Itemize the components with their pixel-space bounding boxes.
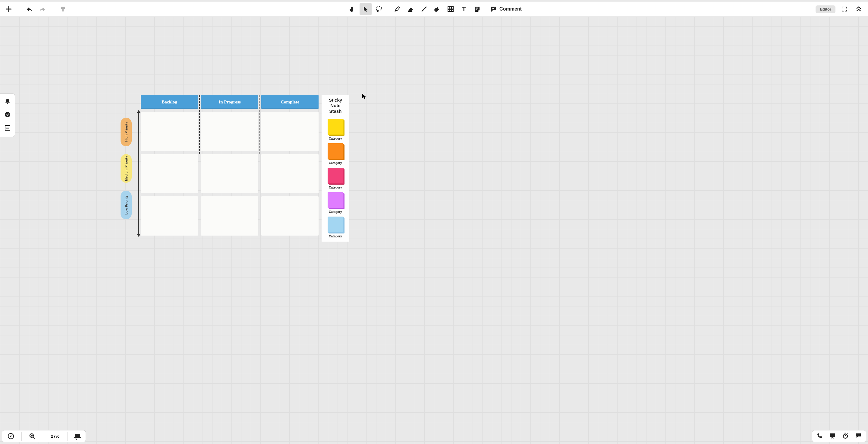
add-button[interactable] xyxy=(3,3,14,15)
svg-point-3 xyxy=(377,10,378,11)
svg-line-33 xyxy=(847,434,847,434)
svg-line-24 xyxy=(33,437,35,439)
call-button[interactable] xyxy=(816,433,823,440)
category-label: Category xyxy=(329,186,342,189)
svg-rect-29 xyxy=(830,434,835,437)
presentation-button[interactable] xyxy=(72,431,83,441)
cell-low-backlog[interactable] xyxy=(141,196,198,236)
svg-rect-4 xyxy=(408,11,412,12)
svg-rect-7 xyxy=(448,7,453,11)
svg-rect-1 xyxy=(62,9,64,11)
category-label: Category xyxy=(329,210,342,213)
role-pill[interactable]: Editor xyxy=(815,5,835,13)
column-header-backlog[interactable]: Backlog xyxy=(141,95,198,109)
cell-med-complete[interactable] xyxy=(261,154,318,194)
sticky-stack-blue[interactable] xyxy=(328,216,343,232)
line-tool[interactable] xyxy=(418,3,430,15)
timer-button[interactable] xyxy=(842,432,848,440)
category-label: Category xyxy=(329,161,342,165)
sticky-stack-pink[interactable] xyxy=(328,168,343,183)
priority-axis xyxy=(136,95,141,234)
redo-button[interactable] xyxy=(37,3,49,15)
bottom-right-toolbar xyxy=(812,430,866,442)
priority-pill-medium[interactable]: Medium Priority xyxy=(121,154,132,183)
sticky-note-stash: Sticky Note Stash Category Category Cate… xyxy=(321,95,349,242)
svg-point-17 xyxy=(5,112,10,117)
undo-button[interactable] xyxy=(23,3,35,15)
left-rail xyxy=(0,93,15,137)
navigator-button[interactable] xyxy=(5,431,17,442)
svg-rect-28 xyxy=(74,437,81,438)
sticky-stack-yellow[interactable] xyxy=(328,119,343,135)
format-painter-button[interactable] xyxy=(57,3,69,15)
svg-line-5 xyxy=(422,7,426,11)
svg-rect-0 xyxy=(61,7,65,9)
svg-point-16 xyxy=(7,103,8,104)
sticky-note-tool[interactable] xyxy=(471,3,483,15)
whiteboard-canvas[interactable]: High Priority Medium Priority Low Priori… xyxy=(0,17,868,444)
zoom-level[interactable]: 27% xyxy=(48,434,62,439)
column-header-complete[interactable]: Complete xyxy=(261,95,318,109)
cell-med-inprogress[interactable] xyxy=(201,154,258,194)
top-toolbar: T Comment Editor xyxy=(0,2,868,16)
pan-tool[interactable] xyxy=(346,3,358,15)
svg-text:T: T xyxy=(462,6,466,12)
select-tool[interactable] xyxy=(360,3,372,15)
column-header-inprogress[interactable]: In Progress xyxy=(201,95,258,109)
sticky-stack-magenta[interactable] xyxy=(328,192,343,208)
fullscreen-button[interactable] xyxy=(838,3,850,15)
category-label: Category xyxy=(329,235,342,238)
cell-low-complete[interactable] xyxy=(261,196,318,236)
zoom-button[interactable] xyxy=(27,431,38,442)
svg-point-2 xyxy=(376,7,381,10)
outline-button[interactable] xyxy=(4,125,11,132)
comment-label: Comment xyxy=(499,6,522,12)
cell-low-inprogress[interactable] xyxy=(201,196,258,236)
priority-pill-low[interactable]: Low Priority xyxy=(121,190,132,219)
tasks-button[interactable] xyxy=(4,111,11,119)
comment-tool[interactable]: Comment xyxy=(490,6,522,12)
category-label: Category xyxy=(329,137,342,140)
cell-high-complete[interactable] xyxy=(261,112,318,151)
collapse-panels-button[interactable] xyxy=(853,3,864,15)
lasso-tool[interactable] xyxy=(373,3,385,15)
svg-rect-27 xyxy=(75,434,80,437)
cursor-icon xyxy=(362,93,367,99)
chat-button[interactable] xyxy=(855,433,862,440)
text-tool[interactable]: T xyxy=(458,3,470,15)
pen-tool[interactable] xyxy=(392,3,404,15)
present-button[interactable] xyxy=(829,433,836,440)
eraser-tool[interactable] xyxy=(405,3,417,15)
priority-pill-high[interactable]: High Priority xyxy=(121,118,132,146)
shape-tool[interactable] xyxy=(431,3,443,15)
cell-high-backlog[interactable] xyxy=(141,112,198,151)
cell-med-backlog[interactable] xyxy=(141,154,198,194)
cell-high-inprogress[interactable] xyxy=(201,112,258,151)
bottom-left-toolbar: 27% xyxy=(2,430,86,442)
sticky-stack-orange[interactable] xyxy=(328,143,343,159)
stash-title: Sticky Note Stash xyxy=(329,97,342,114)
kanban-board: High Priority Medium Priority Low Priori… xyxy=(121,95,349,242)
table-tool[interactable] xyxy=(444,3,457,15)
notifications-button[interactable] xyxy=(4,98,11,106)
